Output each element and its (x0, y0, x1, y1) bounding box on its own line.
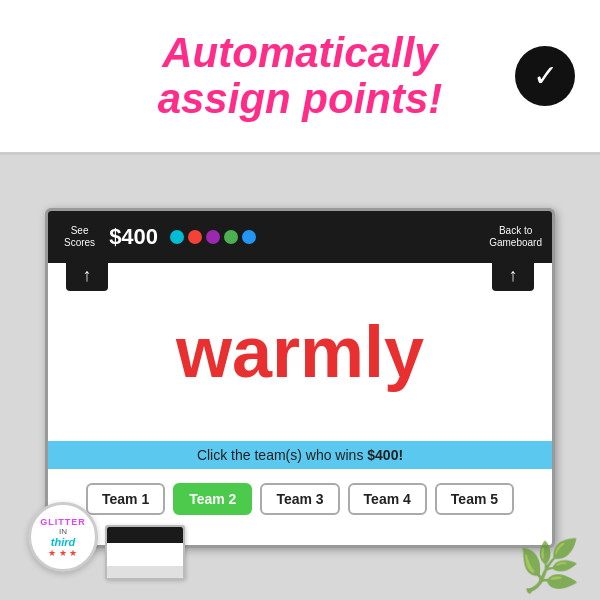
whiteboard: SeeScores $400 Back toGameboard ↑ ↑ warm… (45, 208, 555, 548)
team-button[interactable]: Team 3 (260, 483, 339, 515)
logo-in: IN (59, 527, 67, 536)
click-banner: Click the team(s) who wins $400! (48, 441, 552, 469)
team-button[interactable]: Team 5 (435, 483, 514, 515)
color-dot (224, 230, 238, 244)
whiteboard-topbar: SeeScores $400 Back toGameboard ↑ ↑ (48, 211, 552, 263)
back-gameboard-arrow[interactable]: ↑ (492, 261, 534, 291)
color-dot (170, 230, 184, 244)
plant-decoration: 🌿 (518, 537, 580, 595)
vocabulary-word: warmly (176, 311, 424, 393)
checkmark-icon: ✓ (533, 61, 558, 91)
back-to-gameboard-label[interactable]: Back toGameboard (489, 225, 542, 249)
title-line2: assign points! (158, 75, 443, 122)
see-scores-arrow[interactable]: ↑ (66, 261, 108, 291)
word-content-area: warmly (48, 263, 552, 441)
color-dot (206, 230, 220, 244)
team-button[interactable]: Team 4 (348, 483, 427, 515)
header-section: Automatically assign points! ✓ (0, 0, 600, 155)
team-button[interactable]: Team 2 (173, 483, 252, 515)
title-line1: Automatically (162, 29, 437, 76)
small-board-decoration (105, 525, 185, 580)
check-circle: ✓ (515, 46, 575, 106)
logo-glitter: GLITTER (40, 517, 86, 527)
board-area: SeeScores $400 Back toGameboard ↑ ↑ warm… (0, 155, 600, 600)
page-title: Automatically assign points! (158, 30, 443, 122)
logo: GLITTER IN third ★ ★ ★ (28, 502, 98, 572)
click-banner-text: Click the team(s) who wins (197, 447, 367, 463)
logo-third: third (51, 536, 75, 548)
color-dot (242, 230, 256, 244)
see-scores-label[interactable]: SeeScores (58, 223, 101, 251)
logo-stars: ★ ★ ★ (48, 548, 77, 558)
small-board-top (107, 527, 183, 543)
team-button[interactable]: Team 1 (86, 483, 165, 515)
teams-row: Team 1Team 2Team 3Team 4Team 5 (48, 475, 552, 515)
color-dots (170, 230, 256, 244)
small-board-bottom (107, 566, 183, 578)
price-label: $400 (109, 224, 158, 250)
color-dot (188, 230, 202, 244)
click-banner-amount: $400! (367, 447, 403, 463)
